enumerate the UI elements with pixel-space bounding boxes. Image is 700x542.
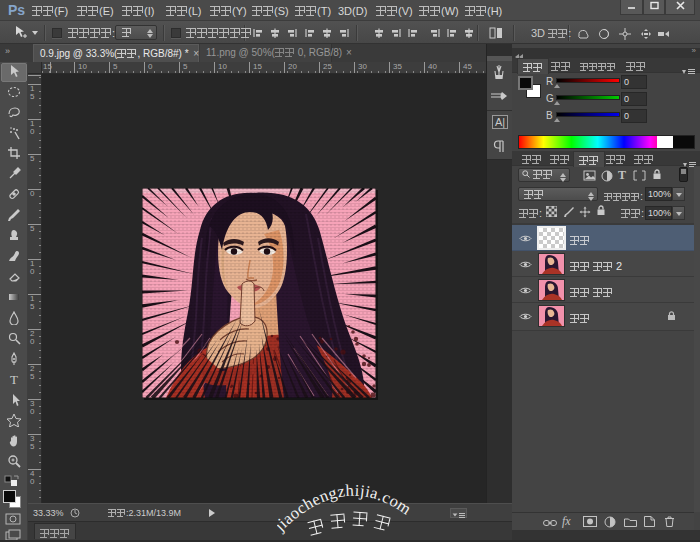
svg-text:T: T — [10, 372, 18, 386]
